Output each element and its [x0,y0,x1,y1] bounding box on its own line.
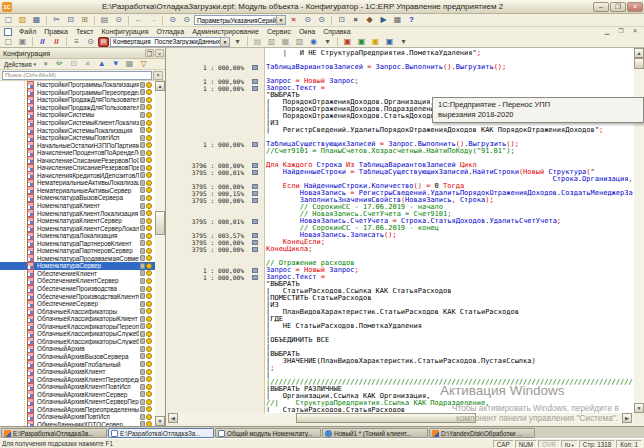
format-icon[interactable]: ≡ [70,36,83,47]
tree-item[interactable]: ОблачныеКлассификаторыКлиент [0,315,165,323]
code-line[interactable]: | [166,372,634,379]
back-icon[interactable]: ← [132,15,145,26]
move-down-icon[interactable]: ▼ [109,59,122,70]
procedures-icon[interactable]: ▤ [98,37,109,47]
window-tab[interactable]: E:\Разработка\ОтладкаЗа... [108,428,214,438]
code-line[interactable]: 1 : 000,00%ТаблицаСуществующихЗаписей = … [166,141,634,148]
code-line[interactable]: | ЗНАЧЕНИЕ(ПланВидовХарактеристик.Статьи… [166,358,634,365]
tree-scrollbar[interactable] [155,91,165,416]
menu-окна[interactable]: Окна [295,28,319,35]
tree-item[interactable]: НоменклатураКлиентСерверЛокализация [0,224,165,232]
tree-item[interactable]: НоменклатураПродаваемаяСовместно [0,255,165,263]
tree-item[interactable]: НоменклатураКлиентСервер [0,217,165,225]
code-line[interactable]: 3795 : 000,00%КонецЦикла; [166,246,634,253]
tree-item[interactable]: ОблачныйАрхивКлиентПереопределенный [0,375,165,383]
add-comment-icon[interactable]: // [36,36,49,47]
tree-item[interactable]: ОблачныйАрхивКлиентПовтИсп [0,383,165,391]
template-yellow-icon[interactable]: ▣ [369,36,382,47]
code-line[interactable]: | И НЕ СтруктураПредприятия.ПометкаУдале… [166,50,634,57]
status-ru[interactable]: ru ▾ [561,440,578,448]
maximize-button[interactable]: ❐ [610,2,626,12]
chevron-down-icon[interactable]: ▼ [220,38,229,46]
window-tab[interactable]: E:\Разработка\ОтладкаЗа... [1,428,107,438]
add-item-icon[interactable]: ● [39,59,52,70]
code-line[interactable]: "ВЫБРАТЬ [166,281,634,288]
delete-item-icon[interactable]: × [81,59,94,70]
remove-comment-icon[interactable]: // [50,36,63,47]
scroll-down-icon[interactable]: ▼ [155,416,165,426]
paste-icon[interactable]: ⊞ [78,15,91,26]
code-line[interactable]: 3795 : 000,15% НоваяЗапись = РегистрыСве… [166,190,634,197]
mdi-minimize-button[interactable]: ▁ [601,27,613,35]
tree-item[interactable]: НоменклатураКлиент [0,202,165,210]
panel-close-button[interactable]: × [155,49,164,57]
code-line[interactable]: 3796 : 000,00%Для Каждого Строка Из Табл… [166,162,634,169]
new-document-icon[interactable]: ▢ [2,15,15,26]
combo-extra-drop-icon[interactable]: ▾ [231,36,244,47]
print-preview-icon[interactable]: ⊙ [112,15,125,26]
procedure-combobox[interactable]: Конвертация_ПослеЗагрузкиДанных ▼ [110,37,230,47]
code-line[interactable]: // НоваяЗапись.СчетУчета = Счет9101; [166,211,634,218]
tree-item[interactable]: НастройкиПродажДляПользователейВысокоСк.… [0,96,165,104]
code-line[interactable]: |; [166,365,634,372]
editor-hscrollbar-thumb[interactable] [296,413,476,423]
template-green-icon[interactable]: ▣ [355,36,368,47]
tree-item[interactable]: НастройкиСистемыПовтИсп [0,134,165,142]
tree-item[interactable]: ОблачныйАрхив [0,345,165,353]
code-line[interactable]: 3795 : 000,01% НоваяЗапись.СчетУчета = С… [166,218,634,225]
code-line[interactable]: 3795 : 000,00% КонецЕсли; [166,239,634,246]
move-up-icon[interactable]: ▲ [95,59,108,70]
search-input[interactable]: Поиск (Ctrl+Alt+M) [2,71,152,80]
window-tab[interactable]: Общий модуль Номенклату... [215,428,321,438]
tree-item[interactable]: НоменклатураВызовСервера [0,194,165,202]
code-line[interactable]: Строка.Организация, [166,176,634,183]
scroll-down-icon[interactable]: ▼ [634,403,644,413]
tree-item[interactable]: ОбеспечениеПроизводства [0,285,165,293]
tree-item[interactable]: ОбеспечениеКлиент [0,270,165,278]
templates-drop-icon[interactable]: ▾ [397,36,410,47]
code-line[interactable]: | РегистрСведений.УдалитьПорядокОтражени… [166,127,634,134]
tree-item[interactable]: НоменклатураКлиентЛокализация [0,209,165,217]
open-file-icon[interactable]: ▨ [16,15,29,26]
find-options-icon[interactable]: ⊙ [180,15,193,26]
menu-файл[interactable]: Файл [15,28,40,35]
more-drop-icon[interactable]: ▾ [321,36,334,47]
code-line[interactable]: 1 : 000,00%Запрос.Текст = [166,85,634,92]
tree-item[interactable]: ОблачныеКлассификаторыПереопределенный [0,323,165,331]
search-params-combobox[interactable]: ПараметрыУказанияСерий ▼ [194,15,286,25]
tree-item[interactable]: ОблачныйАрхивПереопределенный [0,406,165,414]
tree-item[interactable]: ОбеспечениеСервер [0,300,165,308]
tree-item[interactable]: НастройкиСистемы [0,111,165,119]
tree-scrollbar-thumb[interactable] [155,211,165,235]
code-line[interactable]: | НЕ СтатьиРасходов.ПометкаУдаления [166,323,634,330]
code-line[interactable] [166,253,634,260]
code-line[interactable]: // СорокинСС - 17.06.2019 - конец [166,225,634,232]
scroll-up-icon[interactable]: ▲ [155,81,165,91]
code-line[interactable]: 3795 : 000,00% Если НайденныеСтроки.Коли… [166,183,634,190]
code-line[interactable]: 1 : 000,00%Запрос = Новый Запрос; [166,267,634,274]
help-icon[interactable]: ? [405,15,418,26]
cut-icon[interactable]: ✂ [50,15,63,26]
code-line[interactable] [166,71,634,78]
menu-справка[interactable]: Справка [319,28,354,35]
tree-item[interactable]: НачисленияКредитовИДепозитовЛокализация [0,172,165,180]
run-module-check-icon[interactable]: ◉ [307,36,320,47]
clear-search-icon[interactable]: × [153,71,163,80]
tree-item[interactable]: ОблачныйАрхивПовтИсп [0,413,165,421]
mdi-close-button[interactable]: ✕ [629,27,641,35]
tree-item[interactable]: НастройкиСистемыКлиентЛокализация [0,119,165,127]
edit-item-icon[interactable]: ✏ [53,59,66,70]
code-line[interactable]: | [166,344,634,351]
code-line[interactable]: | СтатьиРасходов.Ссылка КАК СтатьяРасход… [166,288,634,295]
list-view-icon[interactable]: ▦ [123,59,136,70]
debug-start-icon[interactable]: ▶ [377,15,390,26]
scroll-left-icon[interactable]: ◀ [168,413,178,423]
code-line[interactable]: |ВЫБРАТЬ [166,351,634,358]
close-button[interactable]: × [627,2,643,12]
code-line[interactable]: |ГДЕ [166,316,634,323]
code-line[interactable]: //Счет9101 = ПланыСчетов.Хозрасчетный.На… [166,148,634,155]
tree-item[interactable]: НачислениеСписаниеРезервовПредстоящихРас… [0,164,165,172]
code-line[interactable]: |ПОМЕСТИТЬ СтатьиРасходов [166,295,634,302]
find-prev-icon[interactable]: ⊙ [315,15,328,26]
menu-текст[interactable]: Текст [72,28,98,35]
